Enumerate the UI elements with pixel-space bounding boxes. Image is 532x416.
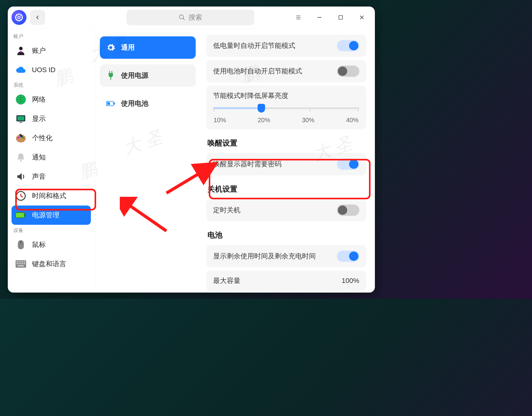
battery-icon [106, 99, 115, 108]
subnav-general[interactable]: 通用 [100, 36, 196, 59]
row-wake-password: 唤醒显示器时需要密码 [206, 153, 366, 175]
row-scheduled-shutdown: 定时关机 [206, 199, 366, 221]
sidebar-group-account: 账户 [12, 31, 91, 41]
sidebar-item-label: 个性化 [32, 133, 53, 143]
mouse-icon [15, 239, 26, 250]
gear-icon [106, 43, 115, 52]
slider-thumb[interactable] [258, 104, 265, 113]
sidebar-item-label: 通知 [32, 153, 46, 162]
tick-label: 10% [214, 117, 226, 124]
subnav-on-power[interactable]: 使用电源 [100, 64, 196, 87]
sidebar-item-account[interactable]: 账户 [12, 41, 91, 60]
subnav: 通用 使用电源 使用电池 [95, 29, 201, 293]
row-label: 节能模式时降低屏幕亮度 [213, 91, 359, 100]
app-icon [12, 10, 26, 25]
sidebar-item-label: 网络 [32, 95, 46, 104]
svg-rect-33 [111, 71, 112, 73]
content-pane: 低电量时自动开启节能模式 使用电池时自动开启节能模式 节能模式时降低屏幕亮度 1… [201, 29, 375, 293]
minimize-button[interactable] [316, 14, 323, 21]
sidebar-item-network[interactable]: 网络 [12, 90, 91, 109]
svg-rect-37 [114, 102, 115, 104]
brightness-slider[interactable] [213, 107, 359, 109]
svg-rect-26 [16, 263, 18, 264]
sidebar-item-label: UOS ID [32, 66, 56, 74]
toggle-on-battery-eco[interactable] [337, 66, 359, 77]
back-button[interactable] [30, 10, 45, 25]
section-shutdown: 关机设置 [206, 178, 366, 196]
toggle-low-battery-eco[interactable] [337, 40, 359, 51]
svg-rect-18 [25, 214, 26, 216]
sidebar-item-label: 键盘和语言 [32, 259, 66, 269]
row-label: 低电量时自动开启节能模式 [213, 41, 295, 50]
sidebar-item-label: 声音 [32, 172, 46, 181]
sidebar-item-label: 账户 [32, 46, 46, 55]
palette-icon [15, 132, 26, 144]
svg-rect-24 [22, 261, 23, 262]
svg-point-4 [19, 47, 22, 50]
svg-point-2 [179, 15, 183, 19]
toggle-scheduled-shutdown[interactable] [337, 205, 359, 216]
row-label: 显示剩余使用时间及剩余充电时间 [213, 252, 316, 261]
sidebar-item-power[interactable]: 电源管理 [12, 206, 91, 225]
toggle-show-remain[interactable] [337, 251, 359, 262]
svg-point-1 [18, 16, 20, 19]
row-low-battery-eco: 低电量时自动开启节能模式 [206, 35, 366, 57]
user-icon [15, 45, 26, 56]
svg-rect-36 [107, 102, 110, 105]
svg-rect-30 [24, 263, 25, 264]
display-icon [15, 113, 26, 124]
sidebar-item-uosid[interactable]: UOS ID [12, 60, 91, 80]
sidebar-item-label: 鼠标 [32, 240, 46, 249]
subnav-label: 通用 [121, 43, 135, 52]
svg-point-15 [20, 160, 22, 162]
speaker-icon [15, 171, 26, 182]
plug-icon [106, 71, 115, 80]
svg-rect-34 [110, 77, 111, 80]
row-label: 唤醒显示器时需要密码 [213, 159, 282, 169]
sidebar-item-time[interactable]: 时间和格式 [12, 186, 91, 206]
row-brightness: 节能模式时降低屏幕亮度 10% 20% 30% 40% [206, 86, 366, 129]
sidebar-item-sound[interactable]: 声音 [12, 167, 91, 186]
svg-rect-19 [20, 241, 21, 244]
subnav-label: 使用电源 [121, 71, 148, 80]
bell-icon [15, 152, 26, 163]
sidebar-item-notify[interactable]: 通知 [12, 148, 91, 167]
tick-label: 30% [302, 117, 314, 124]
svg-rect-23 [20, 261, 21, 262]
svg-rect-25 [24, 261, 25, 262]
search-input[interactable]: 搜索 [127, 10, 254, 25]
toggle-wake-password[interactable] [337, 159, 359, 170]
svg-rect-28 [20, 263, 21, 264]
sidebar-item-keyboard[interactable]: 键盘和语言 [12, 254, 91, 274]
sidebar-item-label: 电源管理 [32, 210, 59, 220]
row-label: 使用电池时自动开启节能模式 [213, 67, 302, 76]
row-show-remain: 显示剩余使用时间及剩余充电时间 [206, 245, 366, 267]
svg-rect-21 [16, 261, 18, 262]
keyboard-icon [15, 258, 26, 270]
svg-rect-5 [20, 51, 22, 52]
clock-icon [15, 190, 26, 201]
maximize-button[interactable] [337, 14, 344, 21]
sidebar-item-mouse[interactable]: 鼠标 [12, 235, 91, 254]
section-battery: 电池 [206, 224, 366, 242]
row-label: 最大容量 [213, 276, 240, 285]
menu-icon[interactable] [295, 14, 302, 21]
close-button[interactable] [358, 14, 366, 21]
sidebar-item-personalize[interactable]: 个性化 [12, 128, 91, 148]
svg-rect-31 [18, 265, 24, 266]
tick-label: 20% [258, 117, 270, 124]
sidebar-item-display[interactable]: 显示 [12, 109, 91, 128]
svg-point-14 [22, 136, 24, 138]
svg-rect-29 [22, 263, 23, 264]
svg-rect-27 [18, 263, 20, 264]
svg-rect-9 [17, 116, 24, 120]
svg-rect-17 [15, 212, 24, 218]
search-placeholder: 搜索 [189, 13, 202, 22]
subnav-on-battery[interactable]: 使用电池 [100, 92, 196, 115]
section-wake: 唤醒设置 [206, 132, 366, 150]
row-label: 定时关机 [213, 206, 240, 215]
sidebar: 账户 账户 UOS ID 系统 网络 [8, 29, 95, 293]
sidebar-item-label: 时间和格式 [32, 191, 66, 201]
max-capacity-value: 100% [342, 277, 359, 285]
cloud-icon [15, 64, 26, 76]
